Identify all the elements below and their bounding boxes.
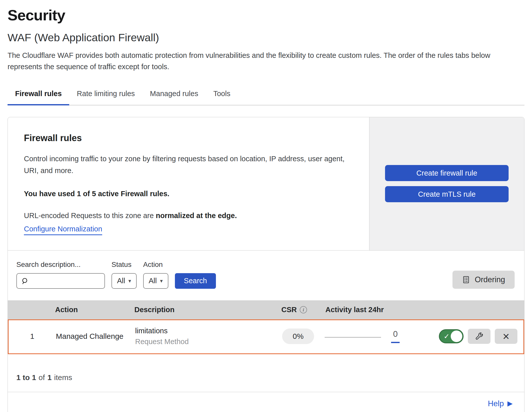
toggle-knob	[451, 331, 462, 342]
rule-action: Managed Challenge	[56, 332, 135, 341]
overview-description: Control incoming traffic to your zone by…	[24, 153, 346, 177]
chevron-down-icon: ▾	[128, 278, 131, 283]
overview-text-column: Firewall rules Control incoming traffic …	[8, 117, 369, 250]
security-waf-page: Security WAF (Web Application Firewall) …	[0, 7, 532, 412]
search-button[interactable]: Search	[175, 273, 216, 289]
normalization-text: URL-encoded Requests to this zone are	[24, 212, 156, 220]
arrow-right-icon: ▶	[507, 400, 513, 407]
rule-description: limitations	[135, 327, 281, 335]
search-description-group: Search description...	[16, 261, 105, 289]
rule-enabled-toggle[interactable]: ✓	[439, 329, 464, 343]
rules-tab-bar: Firewall rules Rate limiting rules Manag…	[8, 86, 524, 105]
help-link[interactable]: Help ▶	[488, 399, 513, 408]
ordering-button[interactable]: Ordering	[452, 271, 515, 289]
search-description-label: Search description...	[16, 261, 105, 269]
rule-expression: Request Method	[135, 338, 281, 346]
card-footer: Help ▶	[8, 392, 524, 412]
tab-rate-limiting-rules[interactable]: Rate limiting rules	[69, 86, 142, 105]
chevron-down-icon: ▾	[160, 278, 163, 283]
rule-priority: 1	[30, 332, 34, 341]
edit-rule-button[interactable]	[468, 329, 490, 344]
activity-sparkline	[325, 337, 381, 338]
overview-heading: Firewall rules	[24, 133, 352, 143]
rule-activity-cell: 0	[325, 329, 415, 343]
status-filter-group: Status All ▾	[111, 261, 137, 289]
rule-description-cell: limitations Request Method	[135, 327, 281, 346]
activity-count-link[interactable]: 0	[391, 329, 400, 343]
action-select-value: All	[149, 277, 157, 285]
close-icon: ×	[503, 331, 510, 342]
create-mtls-rule-button[interactable]: Create mTLS rule	[385, 186, 509, 202]
search-description-input[interactable]	[16, 273, 105, 289]
summary-of: of	[39, 373, 45, 382]
action-filter-group: Action All ▾	[143, 261, 168, 289]
tab-firewall-rules[interactable]: Firewall rules	[8, 86, 69, 105]
tab-tools[interactable]: Tools	[206, 86, 238, 105]
status-select[interactable]: All ▾	[111, 273, 137, 289]
usage-summary: You have used 1 of 5 active Firewall rul…	[24, 190, 352, 198]
page-title: Security	[8, 7, 524, 24]
ordering-button-label: Ordering	[475, 275, 505, 284]
page-description: The Cloudflare WAF provides both automat…	[8, 50, 523, 72]
rule-csr-cell: 0%	[281, 328, 325, 344]
help-link-label: Help	[488, 399, 504, 408]
list-icon	[462, 276, 470, 284]
status-filter-label: Status	[111, 261, 137, 269]
info-icon[interactable]: i	[300, 306, 307, 313]
summary-items: items	[54, 373, 72, 382]
summary-total: 1	[47, 373, 52, 382]
column-header-csr: CSR i	[281, 306, 325, 314]
column-header-description: Description	[134, 306, 281, 314]
table-summary: 1 to 1 of 1 items	[8, 354, 524, 392]
wrench-icon	[475, 332, 484, 341]
search-icon	[21, 277, 29, 285]
csr-header-label: CSR	[281, 306, 297, 314]
check-icon: ✓	[444, 332, 449, 340]
normalization-bold: normalized at the edge.	[156, 212, 237, 220]
csr-badge: 0%	[282, 328, 314, 344]
normalization-note: URL-encoded Requests to this zone are no…	[24, 212, 352, 220]
page-subtitle: WAF (Web Application Firewall)	[8, 31, 524, 44]
summary-range: 1 to 1	[16, 373, 36, 382]
column-header-action: Action	[55, 306, 134, 314]
firewall-rules-card: Firewall rules Control incoming traffic …	[8, 117, 524, 412]
table-row[interactable]: 1 Managed Challenge limitations Request …	[8, 319, 524, 354]
filter-toolbar: Search description... Status All ▾	[8, 251, 524, 300]
tab-managed-rules[interactable]: Managed rules	[142, 86, 206, 105]
overview-actions-panel: Create firewall rule Create mTLS rule	[369, 117, 524, 250]
status-select-value: All	[117, 277, 125, 285]
firewall-rules-overview: Firewall rules Control incoming traffic …	[8, 117, 524, 251]
create-firewall-rule-button[interactable]: Create firewall rule	[385, 165, 509, 181]
rule-controls: ✓ ×	[415, 329, 523, 344]
table-header: Action Description CSR i Activity last 2…	[8, 300, 524, 319]
action-filter-label: Action	[143, 261, 168, 269]
delete-rule-button[interactable]: ×	[495, 329, 517, 344]
action-select[interactable]: All ▾	[143, 273, 168, 289]
column-header-activity: Activity last 24hr	[325, 306, 416, 314]
configure-normalization-link[interactable]: Configure Normalization	[24, 225, 102, 235]
